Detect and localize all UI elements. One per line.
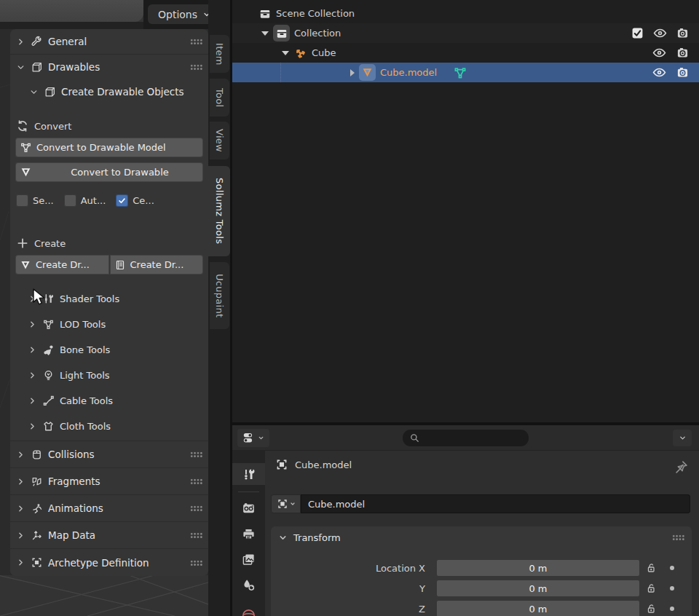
drag-dots-icon[interactable] [190,532,202,538]
expand-triangle-icon[interactable] [350,69,355,76]
pin-icon[interactable] [674,459,689,474]
outliner-row-collection[interactable]: Collection [232,23,699,43]
panel-header-drawables[interactable]: Drawables [10,55,208,79]
drag-dots-icon[interactable] [190,64,202,70]
lock-open-icon[interactable] [645,562,657,574]
hide-eye-icon[interactable] [653,28,667,39]
tab-scene-properties[interactable] [232,574,265,596]
panel-header-fragments[interactable]: Fragments [10,467,208,494]
button-label: Create Dr... [36,259,90,270]
expand-triangle-icon[interactable] [261,31,269,36]
checkbox-label: Se... [33,195,54,206]
tab-item[interactable]: Item [210,35,229,73]
properties-search-input[interactable] [403,430,529,446]
chevron-right-icon [28,320,37,329]
editor-type-button[interactable] [237,429,269,447]
outliner-row-cube-model[interactable]: Cube.model [232,63,699,82]
subpanel-label: Light Tools [60,370,110,381]
panel-header-map-data[interactable]: Map Data [10,521,208,548]
convert-section-header: Convert [10,114,208,138]
checkbox-aut[interactable]: Aut... [64,194,106,207]
panel-header-animations[interactable]: Animations [10,494,208,521]
checkbox-ce[interactable]: Ce... [116,194,154,207]
drag-dots-icon[interactable] [190,451,202,457]
transform-panel-header[interactable]: Transform [271,526,692,548]
outliner-row-scene-collection[interactable]: Scene Collection [232,4,699,23]
map-data-icon [31,529,43,542]
tab-output-properties[interactable] [232,523,265,545]
tab-view-layer-properties[interactable] [232,548,265,570]
viewport-header [0,0,143,22]
tab-sollumz-tools[interactable]: Sollumz Tools [208,166,230,256]
checkbox-icon[interactable] [16,194,28,207]
panel-header-general[interactable]: General [10,29,208,55]
animate-dot-icon[interactable] [670,607,674,611]
lock-open-icon[interactable] [645,603,657,615]
panel-header-archetype-definition[interactable]: Archetype Definition [10,548,208,576]
chevron-right-icon [16,37,25,47]
subpanel-light-tools[interactable]: Light Tools [10,363,208,388]
cube-icon [44,86,56,98]
panel-header-collisions[interactable]: Collisions [10,441,208,467]
animate-dot-icon[interactable] [670,586,674,591]
create-drawable-dictionary-button[interactable]: Create Dr... [110,255,204,275]
chevron-down-icon [16,63,25,72]
create-buttons-row: Create Dr... Create Dr... [15,255,203,275]
tab-divider [238,491,259,492]
animate-dot-icon[interactable] [670,566,674,570]
location-x-field[interactable]: 0 m [437,560,639,576]
drag-dots-icon[interactable] [190,560,202,566]
object-name-input[interactable]: Cube.model [301,494,690,513]
subpanel-header-create-drawable-objects[interactable]: Create Drawable Objects [10,79,208,104]
section-label: Create [34,238,66,249]
outliner-item-label[interactable]: Collection [294,28,341,39]
drag-dots-icon[interactable] [190,505,202,511]
subpanel-cable-tools[interactable]: Cable Tools [10,388,208,414]
hide-eye-icon[interactable] [652,47,666,58]
subpanel-bone-tools[interactable]: Bone Tools [10,337,208,363]
location-y-field[interactable]: 0 m [437,580,639,596]
lock-open-icon[interactable] [645,583,657,594]
tab-render-properties[interactable] [232,497,265,519]
create-drawable-button[interactable]: Create Dr... [15,255,109,275]
field-label: Location X [376,563,425,574]
location-z-field[interactable]: 0 m [437,601,639,616]
checkbox-se[interactable]: Se... [16,194,54,207]
tab-tool[interactable]: Tool [210,79,229,117]
checkbox-checked-icon[interactable] [116,194,128,207]
create-section-header: Create [10,232,208,255]
chevron-down-icon [29,87,39,97]
breadcrumb[interactable]: Cube.model [275,458,352,471]
outliner-item-label[interactable]: Scene Collection [276,8,355,19]
tab-world-properties[interactable] [232,599,265,616]
tab-ucupaint[interactable]: Ucupaint [210,262,229,329]
subpanel-lod-tools[interactable]: LOD Tools [10,312,208,337]
expand-triangle-icon[interactable] [282,51,289,55]
view-layer-images-icon [242,553,256,566]
subpanel-cloth-tools[interactable]: Cloth Tools [10,414,208,439]
object-name-value: Cube.model [308,499,365,510]
exclude-checkbox-icon[interactable] [631,27,644,39]
object-id-dropdown[interactable] [271,494,301,513]
transform-row-location-y: Y 0 m [271,580,692,596]
drag-dots-icon[interactable] [190,478,202,484]
checkbox-icon[interactable] [64,194,76,207]
subpanel-label: LOD Tools [60,319,106,330]
hide-eye-icon[interactable] [652,67,666,78]
drag-dots-icon[interactable] [190,39,202,44]
convert-to-drawable-model-button[interactable]: Convert to Drawable Model [15,138,203,157]
properties-options-button[interactable] [673,430,692,446]
tab-tool-properties[interactable] [232,463,265,485]
outliner-row-cube[interactable]: Cube [232,43,699,63]
camera-visibility-icon[interactable] [676,27,689,39]
camera-visibility-icon[interactable] [676,47,689,59]
convert-to-drawable-button[interactable]: Convert to Drawable [15,162,203,182]
outliner-item-label[interactable]: Cube [312,47,336,58]
outliner-item-label[interactable]: Cube.model [380,67,437,78]
chevron-right-icon [16,558,25,567]
object-icon [275,458,288,471]
camera-visibility-icon[interactable] [676,66,689,79]
viewport-topbar-shadow [0,22,143,29]
drag-dots-icon[interactable] [672,534,684,540]
tab-view[interactable]: View [210,122,229,159]
